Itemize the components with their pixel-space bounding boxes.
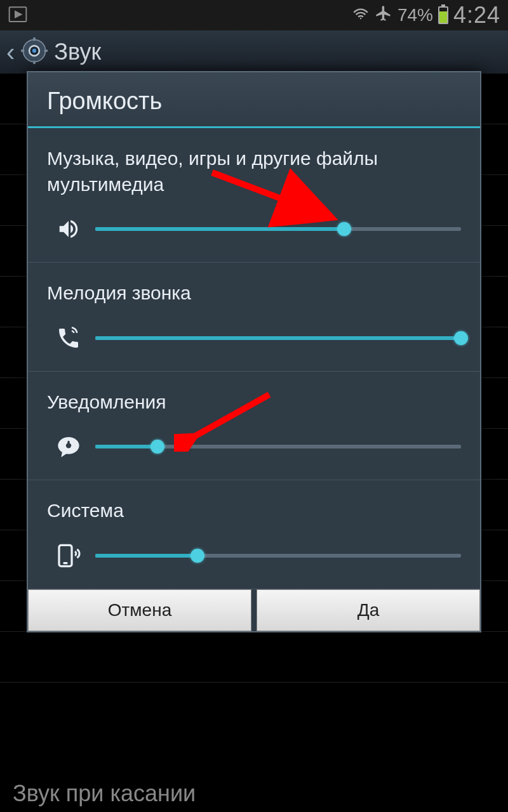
phone-ringtone-icon (55, 324, 83, 352)
notification-icon (55, 433, 83, 461)
speaker-icon (55, 215, 83, 243)
notification-volume-slider[interactable] (95, 445, 461, 449)
slider-section-ringtone: Мелодия звонка (28, 263, 480, 372)
ringtone-volume-slider[interactable] (95, 336, 461, 340)
airplane-mode-icon (375, 4, 392, 27)
battery-percent: 74% (398, 5, 433, 25)
cancel-button[interactable]: Отмена (28, 589, 251, 631)
header-bar[interactable]: ‹ Звук (0, 30, 508, 74)
svg-rect-5 (34, 61, 36, 64)
clock: 4:24 (453, 2, 500, 29)
slider-label: Мелодия звонка (47, 280, 461, 306)
volume-dialog: Громкость Музыка, видео, игры и другие ф… (27, 71, 481, 632)
page-title: Звук (54, 39, 101, 65)
slider-section-system: Система (28, 480, 480, 589)
slider-section-notifications: Уведомления (28, 372, 480, 481)
status-bar: 74% 4:24 (0, 0, 508, 30)
play-store-icon (8, 4, 28, 27)
media-volume-slider[interactable] (95, 227, 461, 231)
svg-rect-4 (34, 37, 36, 41)
slider-section-media: Музыка, видео, игры и другие файлы мульт… (28, 128, 480, 263)
dialog-actions: Отмена Да (28, 589, 480, 631)
ok-button[interactable]: Да (257, 589, 480, 631)
svg-rect-6 (21, 49, 24, 52)
dialog-title: Громкость (28, 72, 480, 128)
svg-rect-11 (67, 441, 69, 444)
wifi-icon (352, 4, 370, 27)
slider-label: Музыка, видео, игры и другие файлы мульт… (47, 146, 461, 197)
settings-gear-icon (21, 37, 48, 67)
system-volume-slider[interactable] (95, 554, 461, 558)
slider-label: Система (47, 498, 461, 524)
back-icon[interactable]: ‹ (6, 38, 15, 67)
battery-icon (438, 6, 448, 24)
svg-rect-7 (44, 49, 48, 52)
slider-label: Уведомления (47, 390, 461, 416)
device-sound-icon (55, 542, 83, 570)
background-item-touch-sound: Звук при касании (13, 780, 196, 807)
svg-point-3 (32, 49, 36, 53)
